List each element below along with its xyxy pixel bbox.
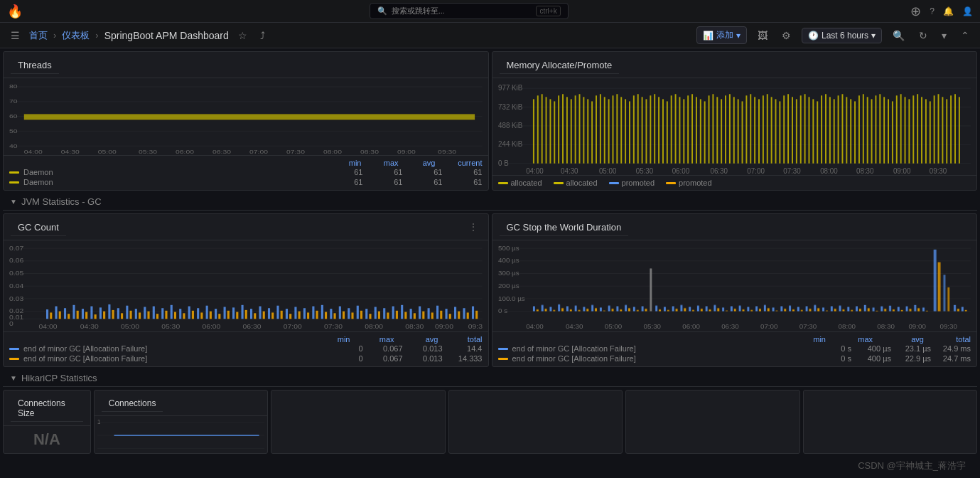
svg-rect-246 [414, 313, 416, 319]
gc-stop-r2-avg: 22.9 µs [903, 354, 931, 363]
gc-stop-r2-total: 24.7 ms [942, 354, 971, 363]
image-button[interactable]: 🖼 [754, 28, 771, 43]
svg-rect-322 [689, 307, 691, 311]
svg-rect-244 [404, 312, 406, 319]
svg-rect-67 [674, 94, 676, 163]
svg-rect-54 [620, 97, 622, 163]
time-range-button[interactable]: 🕐 Last 6 hours ▾ [802, 28, 882, 43]
memory-dot-3 [609, 182, 619, 184]
jvm-gc-section-row: ▼ JVM Statistics - GC [3, 191, 977, 211]
svg-rect-188 [156, 314, 158, 319]
svg-rect-119 [891, 101, 893, 163]
svg-text:07:30: 07:30 [324, 322, 343, 329]
svg-rect-128 [929, 101, 930, 163]
svg-rect-385 [957, 309, 959, 312]
zoom-out-button[interactable]: 🔍 [889, 28, 908, 43]
threads-row2-min: 61 [335, 178, 363, 186]
add-panel-button[interactable]: 📊 添加 ▾ [696, 26, 747, 44]
svg-text:07:00: 07:00 [284, 322, 302, 329]
gc-count-r1-total: 14.4 [454, 344, 483, 353]
share-button[interactable]: ⤴ [257, 28, 269, 43]
refresh-button[interactable]: ↻ [915, 28, 931, 43]
question-icon[interactable]: ? [930, 6, 935, 16]
svg-rect-320 [680, 305, 682, 312]
svg-rect-47 [591, 101, 593, 163]
svg-rect-127 [925, 99, 926, 163]
svg-rect-170 [77, 311, 79, 319]
svg-rect-353 [817, 308, 819, 311]
svg-rect-56 [628, 101, 630, 163]
svg-rect-350 [805, 307, 807, 312]
svg-rect-79 [725, 95, 726, 163]
svg-text:09:30: 09:30 [929, 167, 947, 175]
svg-text:0.05: 0.05 [9, 270, 23, 277]
threads-legend-header: min max avg current [9, 159, 483, 167]
main-content: Threads 80 70 60 50 40 [0, 48, 980, 478]
svg-rect-76 [712, 94, 714, 163]
svg-rect-354 [822, 307, 824, 311]
settings-button[interactable]: ⚙ [778, 28, 795, 43]
gc-count-dot-1 [9, 348, 19, 350]
gc-stop-r2-min: 0 s [823, 354, 851, 363]
svg-text:06:00: 06:00 [202, 322, 220, 329]
breadcrumb-home[interactable]: 首页 [29, 29, 48, 42]
search-bar[interactable]: 🔍 搜索或跳转至... ctrl+k [370, 3, 569, 19]
gc-stop-row-2: end of minor GC [Allocation Failure] 0 s… [498, 354, 971, 363]
svg-rect-379 [909, 309, 911, 312]
svg-rect-46 [587, 99, 588, 163]
breadcrumb-dashboard[interactable]: 仪表板 [62, 29, 90, 42]
svg-rect-181 [126, 306, 128, 319]
svg-rect-75 [708, 95, 709, 163]
plus-icon[interactable]: ⊕ [910, 4, 921, 19]
gc-stop-col-total: total [935, 335, 971, 344]
dashboard-title: SpringBoot APM Dashboard [104, 30, 229, 41]
gc-count-col-total: total [450, 335, 483, 344]
gc-count-row-2: end of minor GC [Allocation Failure] 0 0… [9, 354, 483, 363]
svg-rect-326 [705, 307, 707, 312]
threads-legend-row-2: Daemon 61 61 61 61 [9, 177, 483, 187]
svg-rect-327 [709, 309, 711, 312]
svg-rect-99 [808, 97, 809, 163]
svg-rect-311 [641, 307, 643, 312]
jvm-gc-section-header[interactable]: ▼ JVM Statistics - GC [3, 192, 109, 208]
svg-rect-186 [147, 312, 149, 319]
svg-rect-38 [554, 101, 555, 163]
conn-chart-svg: 1 [97, 418, 264, 453]
svg-text:07:00: 07:00 [760, 323, 777, 329]
svg-rect-232 [351, 312, 353, 319]
menu-button[interactable]: ☰ [7, 28, 23, 43]
svg-rect-297 [583, 307, 585, 311]
avatar-icon[interactable]: 👤 [962, 6, 973, 16]
svg-text:05:30: 05:30 [635, 167, 653, 175]
svg-rect-378 [905, 307, 908, 312]
bell-icon[interactable]: 🔔 [943, 6, 954, 16]
gc-count-menu[interactable]: ⋮ [465, 221, 481, 233]
svg-rect-118 [888, 99, 889, 163]
refresh-interval-button[interactable]: ▾ [938, 28, 950, 43]
svg-text:244 KiB: 244 KiB [498, 140, 523, 148]
top-bar-left: 🔥 [7, 4, 27, 19]
svg-rect-252 [440, 311, 442, 319]
svg-rect-247 [419, 307, 421, 319]
svg-rect-191 [171, 305, 173, 319]
hikari-section-row: ▼ HikariCP Statistics [3, 367, 977, 387]
empty-panel-1 [271, 390, 445, 454]
threads-legend: min max avg current Daemon 61 61 61 61 [4, 155, 488, 190]
svg-rect-299 [591, 305, 593, 312]
collapse-button[interactable]: ⌃ [957, 28, 973, 43]
svg-rect-254 [449, 314, 451, 319]
svg-rect-307 [625, 305, 627, 312]
memory-chart: 977 KiB 732 KiB 488 KiB 244 KiB 0 B gene… [492, 78, 977, 175]
svg-rect-92 [779, 101, 780, 163]
svg-rect-179 [117, 308, 119, 319]
svg-rect-294 [569, 309, 571, 312]
hikari-section-header[interactable]: ▼ HikariCP Statistics [3, 368, 104, 385]
svg-rect-251 [436, 306, 438, 319]
gc-stop-row-1: end of minor GC [Allocation Failure] 0 s… [498, 344, 971, 354]
svg-rect-372 [881, 307, 883, 312]
threads-legend-row-1: Daemon 61 61 61 61 [9, 167, 483, 177]
threads-row2-avg: 61 [414, 178, 443, 186]
svg-rect-383 [925, 311, 927, 312]
star-button[interactable]: ☆ [235, 28, 251, 43]
svg-rect-315 [659, 309, 661, 312]
